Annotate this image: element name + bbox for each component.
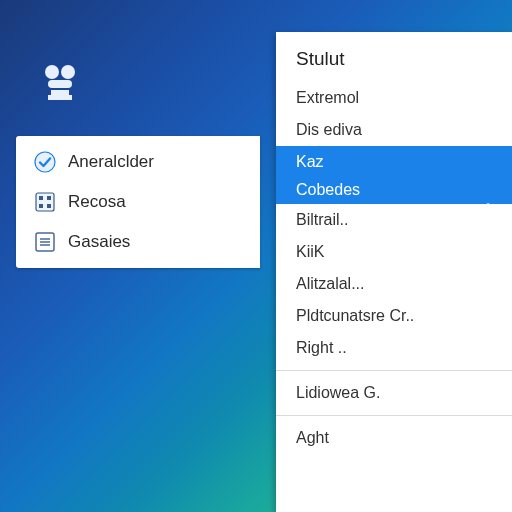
menu-separator [276, 370, 512, 371]
check-circle-icon [34, 151, 56, 173]
context-menu-item-label: Extremol [296, 89, 359, 106]
context-menu-item[interactable]: KiiK [276, 236, 512, 268]
context-menu-item[interactable]: Alitzalal... [276, 268, 512, 300]
svg-rect-2 [48, 80, 72, 88]
context-menu-item-label: Right .. [296, 339, 347, 356]
context-menu-item[interactable]: Biltrail.. [276, 204, 512, 236]
grid-icon [34, 191, 56, 213]
svg-point-1 [61, 65, 75, 79]
left-panel-item-aneralclder[interactable]: Aneralclder [16, 142, 260, 182]
left-panel-item-label: Gasaies [68, 232, 130, 252]
menu-separator [276, 415, 512, 416]
desktop-logo-icon [38, 62, 82, 106]
context-menu: Stulut Extremol Dis ediva Kaz Cobedes Bi… [276, 32, 512, 512]
context-menu-item[interactable]: Extremol [276, 82, 512, 114]
left-panel-item-label: Aneralclder [68, 152, 154, 172]
svg-rect-3 [51, 90, 69, 95]
context-menu-item-label: Kaz [296, 153, 324, 170]
left-panel-item-label: Recosa [68, 192, 126, 212]
context-menu-item[interactable]: Aght [276, 422, 512, 454]
left-panel: Aneralclder Recosa Gasaies [16, 136, 260, 268]
context-menu-item[interactable]: Pldtcunatsre Cr.. [276, 300, 512, 332]
svg-rect-8 [47, 196, 51, 200]
desktop: Aneralclder Recosa Gasaies Stulut Extrem… [0, 0, 512, 512]
context-menu-item[interactable]: Dis ediva [276, 114, 512, 146]
context-menu-item-label: Dis ediva [296, 121, 362, 138]
context-menu-item[interactable]: Lidiowea G. [276, 377, 512, 409]
context-menu-item-label: Aght [296, 429, 329, 446]
context-menu-heading: Stulut [276, 32, 512, 82]
svg-rect-7 [39, 196, 43, 200]
context-menu-item-label: Cobedes [296, 181, 360, 198]
left-panel-item-recosa[interactable]: Recosa [16, 182, 260, 222]
svg-rect-10 [47, 204, 51, 208]
context-menu-item-selected[interactable]: Kaz [276, 146, 512, 176]
list-icon [34, 231, 56, 253]
svg-rect-6 [36, 193, 54, 211]
context-menu-item-label: Lidiowea G. [296, 384, 381, 401]
context-menu-item-selected[interactable]: Cobedes [276, 176, 512, 204]
context-menu-item-label: KiiK [296, 243, 324, 260]
svg-point-0 [45, 65, 59, 79]
context-menu-item-label: Alitzalal... [296, 275, 364, 292]
context-menu-item-label: Biltrail.. [296, 211, 348, 228]
context-menu-item-label: Pldtcunatsre Cr.. [296, 307, 414, 324]
context-menu-item[interactable]: Right .. [276, 332, 512, 364]
left-panel-item-gasaies[interactable]: Gasaies [16, 222, 260, 262]
svg-point-5 [35, 152, 55, 172]
svg-rect-9 [39, 204, 43, 208]
svg-rect-4 [48, 95, 72, 100]
